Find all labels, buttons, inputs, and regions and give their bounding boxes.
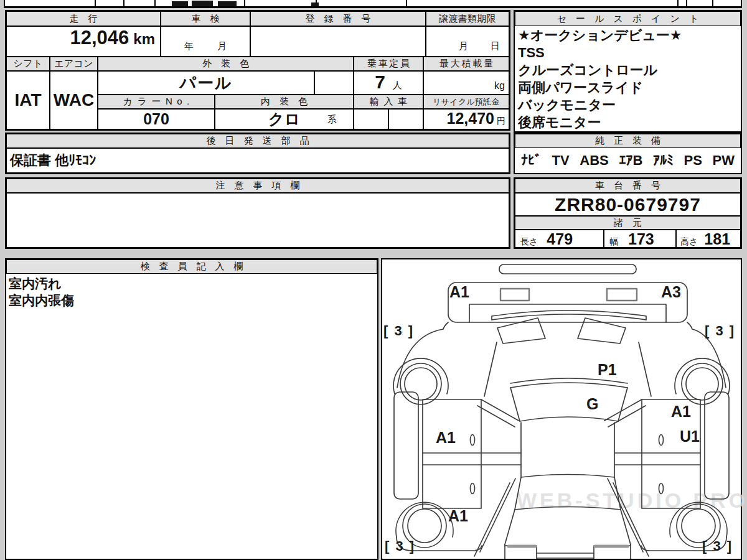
equipment-item: PW	[712, 152, 734, 169]
sales-point-line: バックモニター	[518, 96, 738, 114]
shaken-value: 年月	[161, 26, 250, 57]
sales-point-line: TSS	[518, 44, 738, 62]
tread-depth-rear-left: [ 3 ]	[385, 538, 415, 554]
genuine-equipment-list: ﾅﾋﾞ TV ABS ｴｱB ｱﾙﾐ PS PW	[515, 148, 741, 173]
transfer-docs-value: 月日	[426, 26, 509, 57]
later-parts-box: 後日発送部品 保証書 他ﾘﾓｺﾝ	[5, 133, 510, 174]
exterior-color-extra	[314, 71, 354, 95]
registration-header: 登録番号	[250, 11, 426, 26]
later-parts-header: 後日発送部品	[6, 134, 509, 148]
genuine-equipment-header: 純正装備	[515, 134, 741, 148]
color-no-value: 070	[98, 109, 215, 129]
spec-length: 長さ479	[515, 230, 604, 248]
exterior-color-header: 外装色	[98, 57, 354, 71]
damage-marker-windshield: G	[586, 395, 598, 413]
equipment-item: ABS	[580, 152, 608, 169]
equipment-item: ｴｱB	[619, 152, 642, 169]
equipment-item: TV	[552, 152, 570, 169]
transfer-docs-header: 譲渡書類期限	[426, 11, 509, 26]
sales-point-line: ★オークションデビュー★	[518, 27, 738, 44]
vehicle-info-table: 走行 車検 登録番号 譲渡書類期限 12,046 km 年月 月日 シフト エア…	[5, 10, 510, 131]
recycle-deposit-value: 12,470 円	[423, 109, 509, 129]
sales-point-line: クルーズコントロール	[518, 62, 738, 79]
tread-depth-front-right: [ 3 ]	[705, 323, 735, 339]
max-load-value: kg	[423, 71, 509, 95]
later-parts-value: 保証書 他ﾘﾓｺﾝ	[6, 148, 509, 173]
auction-sheet: 走行 車検 登録番号 譲渡書類期限 12,046 km 年月 月日 シフト エア…	[0, 0, 747, 560]
sales-point-list: ★オークションデビュー★ TSS クルーズコントロール 両側パワースライド バッ…	[515, 26, 741, 129]
import-value-2	[388, 109, 423, 129]
aircon-value: WAC	[50, 71, 98, 129]
notes-value	[6, 193, 509, 248]
capacity-value: 7 人	[354, 71, 423, 95]
shift-header: シフト	[6, 57, 50, 71]
tread-depth-front-left: [ 3 ]	[383, 323, 414, 339]
tread-depth-rear-right: [ 3 ]	[702, 538, 733, 554]
inspector-note-line: 室内内張傷	[9, 292, 375, 309]
damage-marker-left-door: A1	[436, 429, 456, 447]
sales-point-line: 後席モニター	[518, 114, 738, 131]
sales-point-header: セールスポイント	[515, 11, 741, 26]
genuine-equipment-box: 純正装備 ﾅﾋﾞ TV ABS ｴｱB ｱﾙﾐ PS PW	[514, 133, 742, 174]
notes-box: 注意事項欄	[5, 177, 510, 249]
interior-color-value: クロ 系	[215, 109, 354, 129]
import-value-1	[354, 109, 388, 129]
sales-point-box: セールスポイント ★オークションデビュー★ TSS クルーズコントロール 両側パ…	[514, 10, 742, 133]
mileage-header: 走行	[6, 11, 161, 26]
equipment-item: PS	[684, 152, 702, 169]
registration-value	[250, 26, 426, 57]
inspector-notes: 室内汚れ 室内内張傷	[6, 274, 377, 310]
damage-marker-rear-left-quarter: A1	[448, 507, 468, 525]
spec-width: 幅173	[604, 230, 676, 248]
max-load-header: 最大積載量	[423, 57, 509, 71]
car-diagram-box: WEB-STUDIO.PRO	[381, 258, 742, 560]
damage-marker-cowl: P1	[598, 361, 617, 379]
inspector-box: 検査員記入欄 室内汚れ 室内内張傷	[5, 258, 378, 560]
equipment-item: ﾅﾋﾞ	[521, 152, 542, 169]
recycle-deposit-header: リサイクル預託金	[423, 95, 509, 109]
damage-marker-bumper-left: A1	[449, 283, 469, 301]
capacity-header: 乗車定員	[354, 57, 423, 71]
equipment-item: ｱﾙﾐ	[653, 152, 674, 169]
spec-height: 高さ181	[676, 230, 741, 248]
chassis-header: 車台番号	[515, 179, 741, 193]
exterior-color-value: パール	[98, 71, 314, 95]
chassis-specs-box: 車台番号 ZRR80-0679797 諸元 長さ479 幅173 高さ181	[514, 177, 742, 249]
specs-header: 諸元	[515, 216, 741, 230]
shift-value: IAT	[6, 71, 50, 129]
interior-color-header: 内装色	[215, 95, 354, 109]
notes-header: 注意事項欄	[6, 179, 509, 193]
chassis-value: ZRR80-0679797	[515, 193, 741, 216]
damage-marker-right-door-top: A1	[671, 403, 691, 421]
aircon-header: エアコン	[50, 57, 98, 71]
cropped-row	[4, 0, 742, 8]
color-no-header: カラーNo.	[98, 95, 215, 109]
inspector-note-line: 室内汚れ	[9, 275, 375, 292]
sales-point-line: 両側パワースライド	[518, 79, 738, 96]
damage-marker-right-door-bottom: U1	[680, 427, 700, 446]
damage-marker-bumper-right: A3	[661, 283, 681, 301]
inspector-header: 検査員記入欄	[6, 259, 377, 274]
shaken-header: 車検	[161, 11, 250, 26]
import-header: 輸入車	[354, 95, 423, 109]
mileage-value: 12,046 km	[6, 26, 161, 57]
